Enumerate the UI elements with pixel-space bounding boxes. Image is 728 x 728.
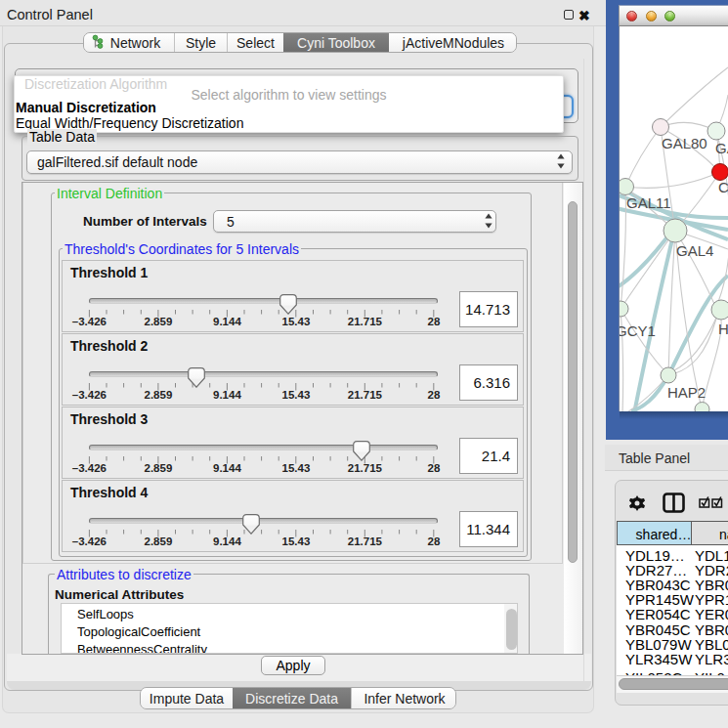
- svg-text:H: H: [718, 321, 728, 337]
- svg-text:GAL11: GAL11: [626, 194, 671, 211]
- svg-text:GA: GA: [715, 140, 728, 156]
- svg-text:C: C: [718, 179, 728, 195]
- svg-text:GAL4: GAL4: [676, 242, 713, 259]
- svg-text:HAP2: HAP2: [667, 384, 706, 401]
- svg-text:GAL80: GAL80: [662, 135, 707, 151]
- svg-text:GCY1: GCY1: [620, 322, 656, 339]
